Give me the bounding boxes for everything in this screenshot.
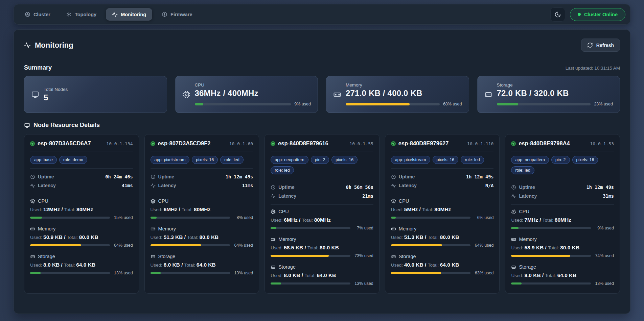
node-storage-progress: 13% used: [271, 281, 373, 286]
page-title-text: Monitoring: [35, 41, 73, 50]
progress-track: [271, 255, 350, 257]
progress-fill: [271, 255, 329, 257]
top-nav: ClusterTopologyMonitoringFirmware Cluste…: [14, 4, 630, 25]
node-memory-section: MemoryUsed: 51.3 KB / Total: 80.0 KB64% …: [151, 222, 253, 248]
refresh-label: Refresh: [596, 43, 614, 48]
total-label: Total:: [428, 235, 440, 240]
node-cpu-progress: 7% used: [271, 226, 373, 230]
theme-toggle-button[interactable]: [550, 7, 565, 22]
slash: /: [60, 262, 64, 268]
tab-monitoring[interactable]: Monitoring: [106, 8, 152, 21]
total-value: 64.0 KB: [440, 262, 459, 268]
total-label: Total:: [548, 245, 560, 250]
storage-icon: [271, 265, 276, 270]
total-label: Total:: [545, 273, 557, 278]
node-stats: Uptime1h 12m 49sLatencyN/A: [391, 169, 494, 194]
total-value: 64.0 KB: [197, 262, 216, 268]
slash: /: [300, 272, 304, 278]
total-label: Total:: [184, 263, 197, 268]
node-name: esp-807D3A5CD6A7: [38, 140, 91, 147]
summary-card-body: CPU36MHz / 400MHz9% used: [195, 82, 311, 106]
node-uptime-row: Uptime1h 12m 49s: [151, 172, 253, 181]
node-tag-badge: role: led: [271, 166, 294, 174]
node-card-header: esp-840D8E97962710.0.1.110: [391, 140, 494, 151]
progress-track: [391, 272, 471, 274]
res-head: Memory: [151, 226, 253, 231]
uptime-label: Uptime: [158, 174, 174, 179]
res-label: CPU: [158, 198, 169, 204]
refresh-button[interactable]: Refresh: [581, 39, 620, 52]
total-value: 80.0 KB: [79, 234, 98, 240]
clock-icon: [151, 174, 156, 179]
firmware-icon: [162, 11, 167, 17]
node-storage-progress: 13% used: [151, 271, 253, 275]
res-used-total: Used: 50.9 KB / Total: 80.0 KB: [30, 234, 133, 240]
summary-cpu-progress: 9% used: [195, 102, 311, 106]
latency-value: 11ms: [242, 183, 253, 188]
slash: /: [180, 262, 184, 268]
activity-icon: [112, 11, 118, 17]
cpu-icon: [511, 209, 516, 214]
total-value: 80MHz: [434, 206, 451, 212]
slash: /: [538, 217, 543, 223]
used-label: Used:: [30, 235, 43, 240]
progress-percent-label: 64% used: [113, 243, 133, 248]
used-value: 8.0 KB: [524, 272, 540, 278]
res-used-total: Used: 7MHz / Total: 80MHz: [511, 217, 614, 223]
res-label: CPU: [399, 198, 409, 204]
summary-card-body: Storage72.0 KB / 320.0 KB23% used: [497, 82, 613, 106]
res-label: CPU: [278, 209, 289, 214]
tab-label: Monitoring: [121, 12, 146, 17]
activity-icon: [30, 183, 35, 188]
progress-track: [30, 244, 110, 246]
uptime-value: 1h 12m 49s: [226, 174, 253, 179]
node-memory-progress: 73% used: [271, 253, 373, 258]
res-head: CPU: [391, 198, 494, 204]
node-storage-section: StorageUsed: 8.0 KB / Total: 64.0 KB13% …: [271, 260, 373, 286]
summary-card-value: 271.0 KB / 400.0 KB: [346, 89, 462, 98]
used-label: Used:: [30, 207, 43, 212]
node-memory-section: MemoryUsed: 51.3 KB / Total: 80.0 KB64% …: [391, 222, 494, 248]
uptime-label: Uptime: [399, 174, 415, 179]
node-status-online-icon: [30, 141, 35, 146]
tab-firmware[interactable]: Firmware: [156, 8, 198, 21]
summary-card-row: Storage72.0 KB / 320.0 KB23% used: [484, 82, 613, 106]
slash: /: [177, 206, 182, 212]
summary-memory-progress: 68% used: [346, 102, 462, 106]
res-label: Storage: [519, 264, 536, 270]
summary-card-row: Total Nodes5: [31, 87, 160, 102]
progress-fill: [346, 103, 410, 105]
node-uptime-row: Uptime0h 24m 46s: [30, 172, 133, 181]
progress-percent-label: 15% used: [113, 215, 133, 220]
node-card: esp-840D8E9798A410.0.1.53app: neopattern…: [505, 134, 620, 294]
memory-icon: [30, 226, 35, 231]
progress-percent-label: 64% used: [474, 243, 493, 248]
node-tag-badge: app: neopattern: [511, 156, 549, 164]
res-label: Memory: [158, 226, 176, 231]
refresh-icon: [587, 42, 593, 48]
progress-fill: [511, 255, 570, 257]
node-storage-progress: 63% used: [391, 271, 494, 275]
progress-fill: [30, 217, 42, 219]
node-card: esp-807D3A5CD9F210.0.1.60app: pixelstrea…: [144, 134, 259, 294]
used-value: 6MHz: [284, 217, 297, 223]
nav-right: Cluster Online: [550, 7, 625, 22]
cluster-status-badge: Cluster Online: [570, 8, 625, 21]
node-stats: Uptime1h 12m 49sLatency31ms: [511, 179, 614, 205]
tab-cluster[interactable]: Cluster: [19, 8, 56, 21]
total-label: Total:: [307, 245, 320, 250]
node-status-online-icon: [271, 141, 275, 146]
res-label: CPU: [519, 209, 529, 214]
node-card-header: esp-807D3A5CD6A710.0.1.134: [30, 140, 133, 151]
storage-icon: [511, 265, 516, 270]
latency-value: 41ms: [122, 183, 133, 188]
progress-percent-label: 63% used: [474, 271, 493, 275]
latency-value: N/A: [485, 183, 493, 188]
res-used-total: Used: 8.0 KB / Total: 64.0 KB: [151, 262, 253, 268]
res-used-total: Used: 5MHz / Total: 80MHz: [391, 206, 494, 213]
used-label: Used:: [271, 245, 284, 250]
progress-percent-label: 73% used: [354, 253, 373, 258]
total-value: 80MHz: [555, 217, 571, 223]
tab-topology[interactable]: Topology: [60, 8, 102, 21]
res-head: Storage: [271, 264, 373, 270]
